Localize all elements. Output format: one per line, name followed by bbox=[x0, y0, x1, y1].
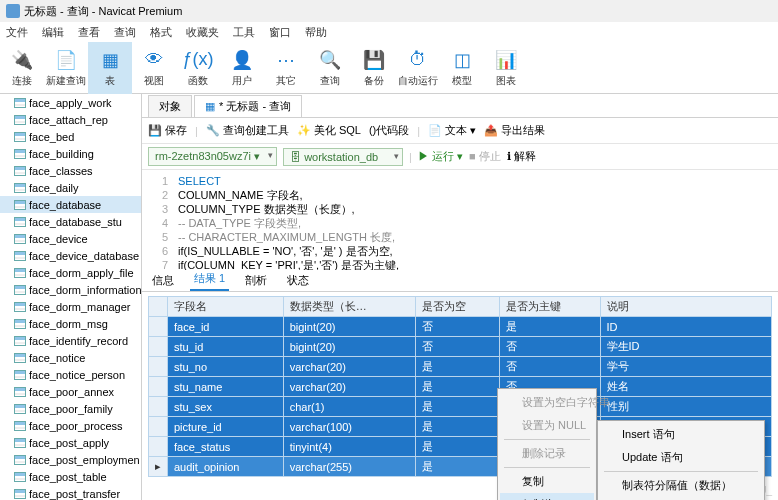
table-face_dorm_msg[interactable]: face_dorm_msg bbox=[0, 315, 141, 332]
stop-button[interactable]: ■ 停止 bbox=[469, 149, 501, 164]
app-icon bbox=[6, 4, 20, 18]
table-face_post_apply[interactable]: face_post_apply bbox=[0, 434, 141, 451]
table-icon: ▦ bbox=[98, 48, 122, 72]
run-button[interactable]: ▶ 运行 ▾ bbox=[418, 149, 463, 164]
table-face_dorm_information[interactable]: face_dorm_information bbox=[0, 281, 141, 298]
menu-文件[interactable]: 文件 bbox=[6, 25, 28, 40]
fx-icon: ƒ(x) bbox=[186, 48, 210, 72]
table-face_post_table[interactable]: face_post_table bbox=[0, 468, 141, 485]
menu-编辑[interactable]: 编辑 bbox=[42, 25, 64, 40]
db-combo[interactable]: 🗄 workstation_db bbox=[283, 148, 403, 166]
table-face_poor_process[interactable]: face_poor_process bbox=[0, 417, 141, 434]
table-row[interactable]: stu_idbigint(20)否否学生ID bbox=[149, 337, 772, 357]
table-row[interactable]: stu_sexchar(1)是否性别 bbox=[149, 397, 772, 417]
table-face_poor_family[interactable]: face_poor_family bbox=[0, 400, 141, 417]
ctx-set-null[interactable]: 设置为 NULL bbox=[500, 414, 594, 437]
menu-窗口[interactable]: 窗口 bbox=[269, 25, 291, 40]
tool-chart[interactable]: 📊图表 bbox=[484, 42, 528, 94]
table-row[interactable]: stu_novarchar(20)是否学号 bbox=[149, 357, 772, 377]
text-button[interactable]: 📄 文本 ▾ bbox=[428, 123, 476, 138]
ctx-set-blank[interactable]: 设置为空白字符串 bbox=[500, 391, 594, 414]
table-face_device[interactable]: face_device bbox=[0, 230, 141, 247]
table-icon bbox=[14, 438, 26, 448]
tool-table[interactable]: ▦表 bbox=[88, 42, 132, 94]
table-face_apply_work[interactable]: face_apply_work bbox=[0, 94, 141, 111]
table-face_dorm_manager[interactable]: face_dorm_manager bbox=[0, 298, 141, 315]
tool-newq[interactable]: 📄新建查询 bbox=[44, 42, 88, 94]
table-icon bbox=[14, 302, 26, 312]
table-face_device_database[interactable]: face_device_database bbox=[0, 247, 141, 264]
table-tree[interactable]: face_apply_workface_attach_repface_bedfa… bbox=[0, 94, 142, 500]
table-face_classes[interactable]: face_classes bbox=[0, 162, 141, 179]
table-face_notice_person[interactable]: face_notice_person bbox=[0, 366, 141, 383]
save-button[interactable]: 💾 保存 bbox=[148, 123, 187, 138]
menu-收藏夹[interactable]: 收藏夹 bbox=[186, 25, 219, 40]
tab-objects[interactable]: 对象 bbox=[148, 95, 192, 117]
model-icon: ◫ bbox=[450, 48, 474, 72]
tool-user[interactable]: 👤用户 bbox=[220, 42, 264, 94]
rtab-3[interactable]: 状态 bbox=[283, 270, 313, 291]
table-face_daily[interactable]: face_daily bbox=[0, 179, 141, 196]
table-icon bbox=[14, 472, 26, 482]
table-icon bbox=[14, 353, 26, 363]
server-combo[interactable]: rm-2zetn83n05wz7i ▾ bbox=[148, 147, 277, 166]
table-face_dorm_apply_file[interactable]: face_dorm_apply_file bbox=[0, 264, 141, 281]
table-row[interactable]: stu_namevarchar(20)是否姓名 bbox=[149, 377, 772, 397]
chart-icon: 📊 bbox=[494, 48, 518, 72]
rtab-0[interactable]: 信息 bbox=[148, 270, 178, 291]
context-submenu[interactable]: Insert 语句 Update 语句 制表符分隔值（数据） 制表符分隔值（字段… bbox=[597, 420, 765, 500]
rtab-1[interactable]: 结果 1 bbox=[190, 268, 229, 291]
menu-bar: 文件编辑查看查询格式收藏夹工具窗口帮助 bbox=[0, 22, 778, 42]
tab-query[interactable]: ▦* 无标题 - 查询 bbox=[194, 95, 302, 117]
table-icon bbox=[14, 404, 26, 414]
table-face_identify_record[interactable]: face_identify_record bbox=[0, 332, 141, 349]
tool-view[interactable]: 👁视图 bbox=[132, 42, 176, 94]
tool-fx[interactable]: ƒ(x)函数 bbox=[176, 42, 220, 94]
menu-格式[interactable]: 格式 bbox=[150, 25, 172, 40]
menu-查看[interactable]: 查看 bbox=[78, 25, 100, 40]
table-icon bbox=[14, 285, 26, 295]
menu-工具[interactable]: 工具 bbox=[233, 25, 255, 40]
table-face_building[interactable]: face_building bbox=[0, 145, 141, 162]
ctx-copy[interactable]: 复制 bbox=[500, 470, 594, 493]
builder-button[interactable]: 🔧 查询创建工具 bbox=[206, 123, 289, 138]
table-face_database_stu[interactable]: face_database_stu bbox=[0, 213, 141, 230]
tool-plug[interactable]: 🔌连接 bbox=[0, 42, 44, 94]
sql-editor[interactable]: 1SELECT2 COLUMN_NAME 字段名,3 COLUMN_TYPE 数… bbox=[142, 170, 778, 270]
beautify-button[interactable]: ✨ 美化 SQL bbox=[297, 123, 361, 138]
table-icon bbox=[14, 421, 26, 431]
table-row[interactable]: face_idbigint(20)否是ID bbox=[149, 317, 772, 337]
table-face_database[interactable]: face_database bbox=[0, 196, 141, 213]
tool-model[interactable]: ◫模型 bbox=[440, 42, 484, 94]
table-face_bed[interactable]: face_bed bbox=[0, 128, 141, 145]
ctx-copy-as[interactable]: 复制为 bbox=[500, 493, 594, 500]
table-face_post_employmen[interactable]: face_post_employmen bbox=[0, 451, 141, 468]
menu-帮助[interactable]: 帮助 bbox=[305, 25, 327, 40]
menu-查询[interactable]: 查询 bbox=[114, 25, 136, 40]
explain-button[interactable]: ℹ 解释 bbox=[507, 149, 536, 164]
table-icon bbox=[14, 455, 26, 465]
tool-backup[interactable]: 💾备份 bbox=[352, 42, 396, 94]
tool-query[interactable]: 🔍查询 bbox=[308, 42, 352, 94]
tool-auto[interactable]: ⏱自动运行 bbox=[396, 42, 440, 94]
table-icon bbox=[14, 166, 26, 176]
table-face_poor_annex[interactable]: face_poor_annex bbox=[0, 383, 141, 400]
export-button[interactable]: 📤 导出结果 bbox=[484, 123, 545, 138]
table-icon bbox=[14, 217, 26, 227]
table-face_notice[interactable]: face_notice bbox=[0, 349, 141, 366]
sub-update[interactable]: Update 语句 bbox=[600, 446, 762, 469]
table-icon bbox=[14, 149, 26, 159]
editor-toolbar: 💾 保存 | 🔧 查询创建工具 ✨ 美化 SQL ()代码段 | 📄 文本 ▾ … bbox=[142, 118, 778, 144]
ctx-delete[interactable]: 删除记录 bbox=[500, 442, 594, 465]
table-face_post_transfer[interactable]: face_post_transfer bbox=[0, 485, 141, 500]
table-icon bbox=[14, 200, 26, 210]
sub-insert[interactable]: Insert 语句 bbox=[600, 423, 762, 446]
table-face_attach_rep[interactable]: face_attach_rep bbox=[0, 111, 141, 128]
context-menu[interactable]: 设置为空白字符串 设置为 NULL 删除记录 复制 复制为 粘贴 显示 bbox=[497, 388, 597, 500]
sub-tab-data[interactable]: 制表符分隔值（数据） bbox=[600, 474, 762, 497]
window-title: 无标题 - 查询 - Navicat Premium bbox=[24, 4, 182, 19]
snippet-button[interactable]: ()代码段 bbox=[369, 123, 409, 138]
tool-other[interactable]: ⋯其它 bbox=[264, 42, 308, 94]
rtab-2[interactable]: 剖析 bbox=[241, 270, 271, 291]
table-icon bbox=[14, 234, 26, 244]
